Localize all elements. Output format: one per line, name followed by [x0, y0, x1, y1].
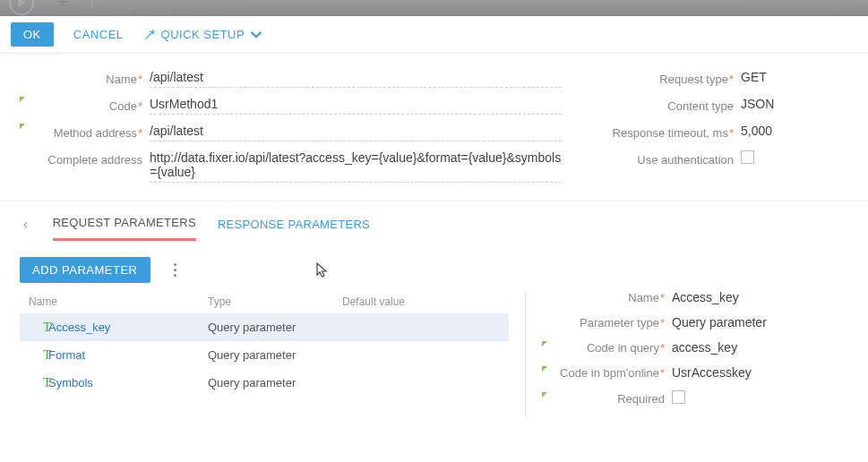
field-response-timeout[interactable]: 5,000 — [741, 124, 848, 141]
table-row[interactable]: T Format Query parameter — [20, 341, 509, 369]
top-ribbon: + http://data.fixer.io What can I do for… — [0, 0, 868, 16]
label-content-type: Content type — [597, 97, 741, 113]
col-type[interactable]: Type — [208, 295, 342, 308]
svg-marker-0 — [18, 0, 25, 6]
cell-name: Symbols — [48, 376, 208, 389]
param-body: Name Type Default value T Access_key Que… — [0, 290, 868, 417]
param-tabs: ‹ REQUEST PARAMETERS RESPONSE PARAMETERS — [0, 201, 868, 241]
plus-icon[interactable]: + — [50, 0, 75, 14]
toolbar: OK CANCEL QUICK SETUP — [0, 16, 868, 54]
checkbox-use-auth[interactable] — [741, 150, 754, 164]
cell-type: Query parameter — [208, 376, 342, 389]
detail-label-param-type: Parameter type — [542, 316, 672, 329]
detail-field-code-query[interactable]: access_key — [672, 340, 848, 355]
col-name[interactable]: Name — [29, 295, 208, 308]
field-name[interactable]: /api/latest — [150, 70, 562, 88]
tab-response-parameters[interactable]: RESPONSE PARAMETERS — [218, 209, 370, 240]
table-row[interactable]: T Symbols Query parameter — [20, 369, 509, 397]
form-section: Name /api/latest Code UsrMethod1 Method … — [0, 54, 868, 201]
detail-field-param-type[interactable]: Query parameter — [672, 315, 848, 329]
detail-label-name: Name — [542, 291, 672, 304]
ok-button[interactable]: OK — [11, 22, 54, 47]
detail-label-code-query: Code in query — [542, 341, 672, 355]
field-content-type[interactable]: JSON — [741, 97, 848, 115]
chevron-down-icon — [250, 29, 262, 41]
param-table: Name Type Default value T Access_key Que… — [20, 290, 526, 417]
label-request-type: Request type — [597, 70, 741, 86]
cell-type: Query parameter — [208, 348, 342, 362]
back-chevron-icon[interactable]: ‹ — [20, 210, 31, 238]
cancel-button[interactable]: CANCEL — [73, 28, 124, 41]
add-parameter-button[interactable]: ADD PARAMETER — [20, 257, 150, 283]
field-method-address[interactable]: /api/latest — [150, 124, 562, 141]
table-row[interactable]: T Access_key Query parameter — [20, 313, 509, 341]
label-method-address: Method address — [20, 124, 150, 140]
url-text: http://data.fixer.io — [108, 0, 244, 13]
text-type-icon: T — [29, 320, 48, 335]
text-type-icon: T — [29, 375, 48, 390]
cell-type: Query parameter — [208, 321, 342, 334]
field-complete-address: http://data.fixer.io/api/latest?access_k… — [150, 150, 562, 183]
label-response-timeout: Response timeout, ms — [597, 124, 741, 140]
cell-name: Format — [48, 348, 208, 362]
label-code: Code — [20, 97, 150, 113]
label-name: Name — [20, 70, 150, 86]
separator — [91, 0, 92, 9]
label-use-auth: Use authentication — [597, 150, 741, 167]
detail-label-code-bpm: Code in bpm'online — [542, 366, 672, 380]
field-request-type[interactable]: GET — [741, 70, 848, 88]
label-complete-address: Complete address — [20, 150, 150, 167]
tab-request-parameters[interactable]: REQUEST PARAMETERS — [53, 207, 196, 241]
field-code[interactable]: UsrMethod1 — [150, 97, 562, 115]
checkbox-required[interactable] — [672, 390, 685, 404]
search-hint[interactable]: What can I do for you? — [742, 0, 859, 10]
table-header: Name Type Default value — [20, 290, 509, 313]
more-menu-icon[interactable] — [170, 260, 180, 280]
quick-setup-button[interactable]: QUICK SETUP — [143, 28, 263, 41]
param-toolbar: ADD PARAMETER — [0, 241, 868, 290]
param-detail: Name Access_key Parameter type Query par… — [526, 290, 848, 417]
cursor-icon — [316, 262, 329, 278]
cell-name: Access_key — [48, 321, 208, 334]
detail-field-code-bpm[interactable]: UsrAccesskey — [672, 365, 848, 380]
text-type-icon: T — [29, 347, 48, 363]
play-icon[interactable] — [9, 0, 34, 15]
wand-icon — [143, 29, 156, 41]
detail-field-name[interactable]: Access_key — [672, 290, 848, 304]
detail-label-required: Required — [542, 392, 672, 406]
col-default[interactable]: Default value — [342, 295, 500, 308]
